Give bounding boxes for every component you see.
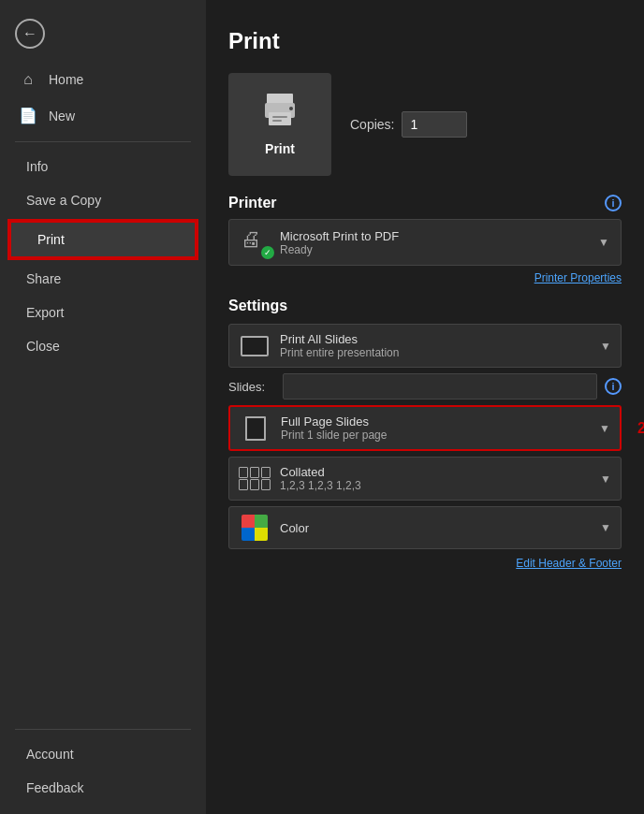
sidebar-home-label: Home <box>49 72 83 87</box>
printer-dropdown[interactable]: 🖨 ✓ Microsoft Print to PDF Ready ▼ <box>228 219 622 266</box>
printer-device-icon: 🖨 <box>241 227 261 251</box>
back-button[interactable]: ← <box>0 9 206 62</box>
color-text: Color <box>280 521 591 535</box>
slides-label: Slides: <box>228 380 275 394</box>
full-page-icon <box>245 416 266 441</box>
printer-ready-check: ✓ <box>261 246 274 259</box>
svg-point-5 <box>289 107 293 110</box>
layout-main: Full Page Slides <box>281 414 590 429</box>
sidebar-item-new[interactable]: 📄 New <box>0 97 206 134</box>
print-range-dropdown[interactable]: Print All Slides Print entire presentati… <box>228 324 622 368</box>
printer-icon-wrapper: 🖨 ✓ <box>241 227 271 257</box>
collation-text: Collated 1,2,3 1,2,3 1,2,3 <box>280 465 591 492</box>
print-range-sub: Print entire presentation <box>280 346 591 359</box>
print-range-text: Print All Slides Print entire presentati… <box>280 332 591 359</box>
layout-dropdown[interactable]: Full Page Slides Print 1 slide per page … <box>228 405 622 451</box>
sidebar-item-print-wrapper: Print <box>7 219 198 260</box>
sidebar-item-save-a-copy[interactable]: Save a Copy <box>0 183 206 217</box>
sidebar-item-print[interactable]: Print <box>9 221 197 258</box>
print-range-arrow: ▼ <box>600 340 611 353</box>
sidebar-item-account[interactable]: Account <box>0 737 206 771</box>
print-button[interactable]: Print <box>228 73 331 176</box>
page-title: Print <box>228 28 622 54</box>
new-document-icon: 📄 <box>19 107 37 124</box>
color-icon <box>242 515 268 541</box>
layout-arrow: ▼ <box>599 422 610 435</box>
collated-icon-wrapper <box>239 466 271 492</box>
print-range-main: Print All Slides <box>280 332 591 346</box>
printer-section-header: Printer i <box>228 195 622 211</box>
color-icon-wrapper <box>239 515 271 541</box>
collation-sub: 1,2,3 1,2,3 1,2,3 <box>280 479 591 492</box>
main-content: Print Print Copies: P <box>206 0 644 814</box>
print-button-label: Print <box>265 141 295 156</box>
svg-rect-3 <box>272 116 287 118</box>
all-slides-icon <box>241 336 269 356</box>
back-icon: ← <box>15 19 45 49</box>
sidebar-item-share[interactable]: Share <box>0 262 206 296</box>
sidebar-new-label: New <box>49 109 75 124</box>
sidebar-item-home[interactable]: ⌂ Home <box>0 62 206 97</box>
sidebar-item-export[interactable]: Export <box>0 296 206 329</box>
sidebar-item-close[interactable]: Close <box>0 329 206 363</box>
svg-rect-4 <box>272 120 282 122</box>
printer-info-icon[interactable]: i <box>605 195 622 211</box>
print-top-section: Print Copies: <box>228 73 622 176</box>
printer-icon <box>261 94 299 134</box>
slide-icon-wrapper <box>239 333 271 359</box>
svg-rect-2 <box>269 112 291 125</box>
color-arrow: ▼ <box>600 521 611 534</box>
printer-section-title: Printer <box>228 195 277 211</box>
printer-status: Ready <box>280 243 589 256</box>
collation-main: Collated <box>280 465 591 479</box>
home-icon: ⌂ <box>19 71 37 88</box>
edit-header-footer-link[interactable]: Edit Header & Footer <box>228 557 622 570</box>
copies-input[interactable] <box>402 111 467 138</box>
collation-arrow: ▼ <box>600 472 611 486</box>
copies-label: Copies: <box>350 117 394 132</box>
layout-text: Full Page Slides Print 1 slide per page <box>281 414 590 442</box>
printer-name: Microsoft Print to PDF <box>280 229 589 243</box>
slides-row: Slides: i <box>228 373 622 400</box>
sidebar-item-feedback[interactable]: Feedback <box>0 771 206 805</box>
collation-dropdown[interactable]: Collated 1,2,3 1,2,3 1,2,3 ▼ <box>228 457 622 501</box>
copies-row: Copies: <box>350 111 467 138</box>
sidebar-divider-top <box>15 141 191 142</box>
collated-icon <box>239 467 271 490</box>
settings-title: Settings <box>228 298 622 314</box>
layout-highlight-label: 2 <box>637 420 644 437</box>
slides-info-icon[interactable]: i <box>605 378 622 395</box>
sidebar-bottom: Account Feedback <box>0 721 206 814</box>
sidebar: ← ⌂ Home 📄 New Info Save a Copy Print Sh… <box>0 0 206 814</box>
sidebar-divider-bottom <box>15 729 191 730</box>
sidebar-item-info[interactable]: Info <box>0 150 206 183</box>
printer-properties-link[interactable]: Printer Properties <box>228 271 622 284</box>
full-page-icon-wrapper <box>240 415 271 442</box>
layout-sub: Print 1 slide per page <box>281 429 590 442</box>
color-dropdown[interactable]: Color ▼ <box>228 506 622 549</box>
printer-info: Microsoft Print to PDF Ready <box>280 229 589 256</box>
slides-input[interactable] <box>283 373 597 400</box>
color-main: Color <box>280 521 591 535</box>
printer-dropdown-arrow: ▼ <box>598 236 609 249</box>
copies-section: Copies: <box>350 111 467 138</box>
